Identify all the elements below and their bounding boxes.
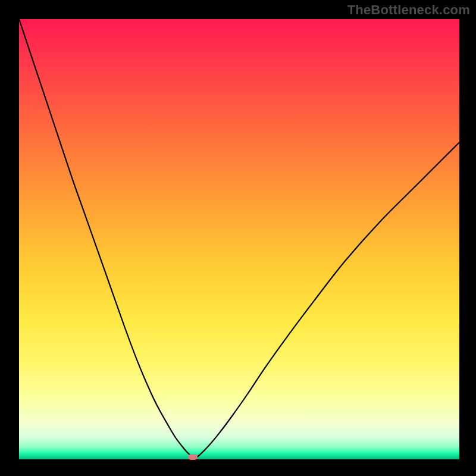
watermark-text: TheBottleneck.com <box>347 2 470 18</box>
optimum-marker <box>188 454 198 460</box>
bottleneck-curve <box>19 19 459 459</box>
plot-area <box>19 19 459 459</box>
chart-frame: TheBottleneck.com <box>0 0 476 476</box>
